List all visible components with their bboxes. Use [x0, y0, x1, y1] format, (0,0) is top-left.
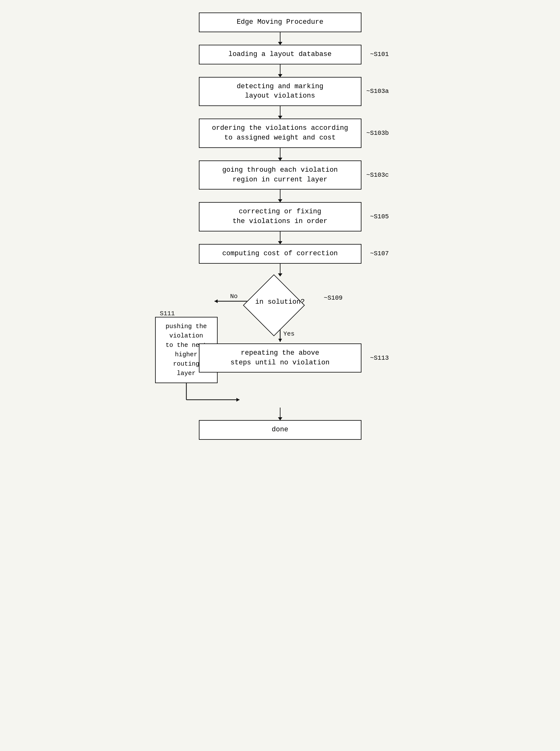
- s105-box: correcting or fixingthe violations in or…: [199, 202, 361, 232]
- diagram-container: Edge Moving Procedure loading a layout d…: [139, 13, 421, 440]
- svg-text:Yes: Yes: [283, 330, 295, 337]
- s107-text: computing cost of correction: [222, 250, 338, 257]
- s103a-label: S103a: [366, 87, 389, 96]
- s109-label: ~S109: [324, 294, 342, 301]
- s109-diamond-wrapper: in solution? ~S109: [249, 282, 312, 322]
- s103b-text: ordering the violations accordingto assi…: [212, 124, 348, 142]
- done-box: done: [199, 420, 361, 440]
- s101-text: loading a layout database: [228, 51, 332, 58]
- s101-label: S101: [370, 50, 389, 59]
- arrow-5: [280, 190, 280, 202]
- s103a-box: detecting and markinglayout violations S…: [199, 77, 361, 106]
- s101-box: loading a layout database S101: [199, 45, 361, 64]
- svg-text:No: No: [230, 293, 238, 300]
- s103b-box: ordering the violations accordingto assi…: [199, 119, 361, 148]
- s103b-label: S103b: [366, 129, 389, 138]
- title-text: Edge Moving Procedure: [237, 18, 323, 26]
- title-box: Edge Moving Procedure: [199, 13, 361, 32]
- s103c-text: going through each violationregion in cu…: [222, 166, 338, 184]
- s113-wrapper: repeating the abovesteps until no violat…: [199, 343, 361, 373]
- s105-label: S105: [370, 212, 389, 221]
- arrow-3: [280, 106, 280, 119]
- s113-label: ~S113: [370, 354, 389, 362]
- s109-text: in solution?: [255, 298, 304, 306]
- s105-text: correcting or fixingthe violations in or…: [233, 208, 328, 225]
- svg-marker-1: [215, 299, 218, 303]
- s103c-box: going through each violationregion in cu…: [199, 160, 361, 190]
- arrow-final: [280, 408, 280, 420]
- s107-label: S107: [370, 249, 389, 258]
- arrow-2: [280, 64, 280, 77]
- s103c-label: S103c: [366, 171, 389, 180]
- arrow-4: [280, 148, 280, 160]
- flowchart: Edge Moving Procedure loading a layout d…: [139, 13, 421, 440]
- diamond-text: in solution?: [249, 282, 312, 322]
- arrow-1: [280, 32, 280, 45]
- branch-section: No Yes S111: [155, 276, 405, 408]
- s103a-text: detecting and markinglayout violations: [237, 83, 323, 100]
- s113-text: repeating the abovesteps until no violat…: [231, 349, 329, 367]
- done-text: done: [272, 426, 288, 434]
- arrow-6: [280, 232, 280, 244]
- svg-text:S111: S111: [160, 310, 175, 317]
- arrow-7: [280, 264, 280, 276]
- svg-marker-4: [278, 339, 282, 342]
- final-section: done: [199, 408, 361, 440]
- svg-marker-8: [236, 398, 240, 402]
- s107-box: computing cost of correction S107: [199, 244, 361, 264]
- s113-box: repeating the abovesteps until no violat…: [199, 343, 361, 373]
